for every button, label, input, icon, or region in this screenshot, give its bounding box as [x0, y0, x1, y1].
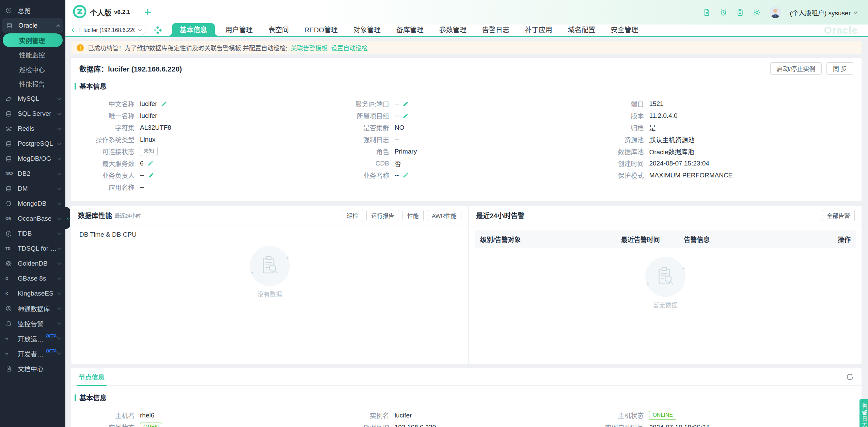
- banner-text: 已成功纳管！为了维护数据库稳定性请及时关联告警模板,并配置自动巡检;: [88, 43, 287, 52]
- tdsql-icon: TD: [5, 247, 15, 251]
- tab-user-mgmt[interactable]: 用户管理: [218, 23, 261, 36]
- tab-param-mgmt[interactable]: 参数管理: [431, 23, 474, 36]
- apps-diamond-icon[interactable]: [153, 26, 162, 35]
- edit-pencil-icon[interactable]: [402, 100, 409, 107]
- user-menu[interactable]: (个人版租户) sysuser: [790, 8, 858, 17]
- sidebar-item-db2[interactable]: DB2DB2: [0, 166, 65, 181]
- mysql-icon: [5, 96, 15, 102]
- basic-info-section-title: 基本信息: [75, 81, 853, 91]
- tab-patch-apply[interactable]: 补丁应用: [517, 23, 560, 36]
- sidebar-item-tdsql[interactable]: TDTDSQL for MySQL: [0, 241, 65, 256]
- link-set-auto-inspection[interactable]: 设置自动巡检: [331, 43, 368, 52]
- field-label: 业务名称: [334, 171, 389, 180]
- field-label: 是否集群: [334, 123, 389, 132]
- topbar-actions: (个人版租户) sysuser: [703, 6, 858, 18]
- tab-redo-mgmt[interactable]: REDO管理: [297, 23, 346, 36]
- sidebar-item-gbase8s[interactable]: GGBase 8s: [0, 271, 65, 286]
- back-chevron-icon[interactable]: ‹: [72, 26, 74, 34]
- start-stop-instance-button[interactable]: 启动/停止实例: [770, 62, 822, 75]
- sidebar-item-shentong[interactable]: 神通数据库: [0, 301, 65, 316]
- performance-button[interactable]: 性能: [403, 210, 424, 221]
- edit-pencil-icon[interactable]: [402, 172, 409, 178]
- oracle-watermark: Oracle: [824, 25, 859, 36]
- settings-gear-icon[interactable]: [753, 9, 761, 16]
- tab-alert-log[interactable]: 告警日志: [474, 23, 517, 36]
- sidebar-item-sqlserver[interactable]: SQL Server: [0, 106, 65, 121]
- field-value: 否: [395, 159, 401, 168]
- sidebar-item-dev-center[interactable]: ∞开发者中心BETA: [0, 346, 65, 361]
- sidebar-item-label: Redis: [18, 125, 34, 132]
- sidebar-item-oceanbase[interactable]: OBOceanBase: [0, 211, 65, 226]
- sidebar-item-label: SQL Server: [18, 110, 51, 117]
- instance-selector[interactable]: lucifer (192.168.6.220): [79, 26, 146, 35]
- inspection-button[interactable]: 巡检: [342, 210, 363, 221]
- field-column: 中文名称lucifer唯一名称lucifer字符集AL32UTF8操作系统类型L…: [79, 98, 334, 193]
- sidebar-item-mogdb[interactable]: MogDB/OG: [0, 151, 65, 166]
- sidebar-item-oracle[interactable]: Oracle: [2, 18, 63, 33]
- tab-basic-info[interactable]: 基本信息: [172, 23, 215, 36]
- warning-icon: !: [77, 44, 84, 51]
- performance-body: DB Time & DB CPU ++: [71, 225, 468, 364]
- edit-pencil-icon[interactable]: [402, 112, 409, 119]
- sidebar-subitem-perf-monitor[interactable]: 性能监控: [0, 47, 65, 62]
- sidebar-subitem-inspection-center[interactable]: 巡检中心: [0, 62, 65, 77]
- sidebar-item-tidb[interactable]: TiDB: [0, 226, 65, 241]
- edition-label: 个人版: [90, 7, 111, 17]
- clipboard-icon[interactable]: [736, 9, 744, 16]
- add-connection-button[interactable]: +: [144, 7, 151, 17]
- sidebar-item-redis[interactable]: Redis: [0, 121, 65, 136]
- field-row: 版本11.2.0.4.0: [588, 110, 853, 122]
- field-label: 服务IP:端口: [334, 99, 389, 108]
- sidebar-item-postgresql[interactable]: PostgreSQL: [0, 136, 65, 151]
- edit-pencil-icon[interactable]: [147, 160, 154, 167]
- chevron-down-icon: [57, 187, 61, 190]
- tab-tablespace[interactable]: 表空间: [261, 23, 297, 36]
- field-row: CDB否: [334, 157, 589, 169]
- sidebar-item-label: MogDB/OG: [18, 155, 51, 162]
- sidebar-item-kingbasees[interactable]: KKingbaseES: [0, 286, 65, 301]
- sidebar-item-mysql[interactable]: MySQL: [0, 91, 65, 106]
- chevron-down-icon: [57, 112, 61, 115]
- refresh-icon[interactable]: [846, 373, 854, 381]
- sidebar-item-dm[interactable]: DM: [0, 181, 65, 196]
- sidebar-item-mongodb[interactable]: MongoDB: [0, 196, 65, 211]
- tab-object-mgmt[interactable]: 对象管理: [346, 23, 389, 36]
- alert-log-side-tag[interactable]: 告警日志: [859, 399, 868, 427]
- document-icon[interactable]: [703, 9, 711, 16]
- awr-button[interactable]: AWR性能: [427, 210, 461, 221]
- sidebar-item-ops-center[interactable]: ∞开放运维中心BETA: [0, 331, 65, 346]
- sidebar-item-goldendb[interactable]: GoldenDB: [0, 256, 65, 271]
- tab-node-info[interactable]: 节点信息: [79, 368, 105, 385]
- field-value: 默认主机资源池: [649, 135, 694, 144]
- sidebar-item-docs-center[interactable]: 文档中心: [0, 361, 65, 376]
- field-row: 操作系统类型Linux: [79, 133, 334, 145]
- alarms-table-header: 级别/告警对象最近告警时间告警信息操作: [475, 230, 856, 248]
- sidebar-collapse-handle[interactable]: ‹: [65, 207, 70, 229]
- alarm-clock-icon[interactable]: [720, 9, 727, 16]
- user-name: (个人版租户) sysuser: [790, 8, 851, 17]
- sidebar-item-label: KingbaseES: [18, 290, 53, 297]
- performance-header: 数据库性能 最近24小时 巡检运行报告性能AWR性能: [71, 206, 468, 225]
- run-report-button[interactable]: 运行报告: [366, 210, 399, 221]
- sidebar-subitem-instance-mgmt[interactable]: 实例管理: [3, 33, 63, 47]
- sidebar-item-overview[interactable]: 总览: [0, 3, 65, 18]
- edit-pencil-icon[interactable]: [161, 100, 167, 107]
- sidebar-subitem-perf-report[interactable]: 性能报告: [0, 77, 65, 91]
- user-avatar[interactable]: [770, 6, 781, 18]
- link-bind-alarm-template[interactable]: 关联告警模板: [291, 43, 328, 52]
- chart-empty-state: ++ 没有数据: [79, 246, 460, 298]
- chevron-down-icon: [853, 11, 858, 14]
- tab-domain-config[interactable]: 域名配置: [560, 23, 603, 36]
- alarms-empty-text: 暂无数据: [653, 300, 678, 309]
- all-alarms-button[interactable]: 全部告警: [822, 210, 855, 221]
- sync-button[interactable]: 同 步: [826, 62, 853, 75]
- tab-security-mgmt[interactable]: 安全管理: [603, 23, 646, 36]
- sidebar-item-monitor-alarm[interactable]: 监控告警: [0, 316, 65, 331]
- node-info-fields: 主机名rhel6实例状态OPEN管理IP192.168.6.220机器型号VMw…: [79, 409, 853, 427]
- node-info-header: 节点信息: [71, 368, 862, 386]
- chevron-down-icon: [57, 322, 61, 325]
- edit-pencil-icon[interactable]: [148, 172, 154, 178]
- tab-standby-mgmt[interactable]: 备库管理: [389, 23, 431, 36]
- field-row: 业务名称--: [334, 169, 589, 181]
- sqlserver-icon: [5, 111, 15, 117]
